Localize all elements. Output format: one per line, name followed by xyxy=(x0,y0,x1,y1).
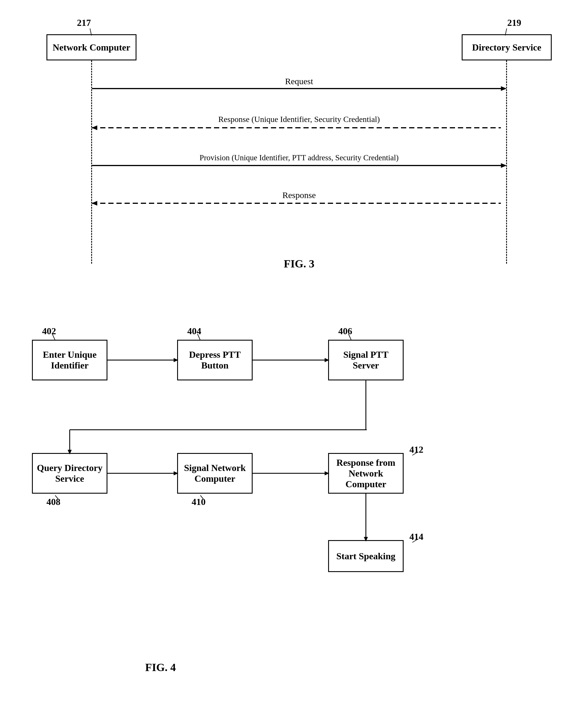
num-406: 406 xyxy=(338,326,352,336)
svg-marker-6 xyxy=(91,126,97,130)
fig4-diagram: Enter Unique Identifier 402 Depress PTT … xyxy=(23,305,575,682)
diagram-container: 217 219 Network Computer Directory Servi… xyxy=(0,0,588,703)
box-412: Response from Network Computer xyxy=(328,453,404,494)
fig3-caption: FIG. 3 xyxy=(284,257,315,270)
box-410: Signal Network Computer xyxy=(177,453,253,494)
network-computer-box: Network Computer xyxy=(47,34,137,60)
label-219: 219 xyxy=(507,17,521,28)
directory-service-box: Directory Service xyxy=(462,34,552,60)
num-410: 410 xyxy=(192,496,205,507)
fig3-diagram: 217 219 Network Computer Directory Servi… xyxy=(23,17,575,279)
svg-marker-12 xyxy=(91,201,97,206)
label-217: 217 xyxy=(77,17,91,28)
box-408: Query Directory Service xyxy=(32,453,107,494)
fig4-caption: FIG. 4 xyxy=(145,661,176,674)
svg-marker-3 xyxy=(501,86,507,91)
box-402: Enter Unique Identifier xyxy=(32,340,107,380)
num-412: 412 xyxy=(409,444,423,455)
num-404: 404 xyxy=(187,326,201,336)
num-414: 414 xyxy=(409,531,423,542)
box-404: Depress PTT Button xyxy=(177,340,253,380)
svg-text:Provision (Unique Identifier, : Provision (Unique Identifier, PTT addres… xyxy=(199,153,398,162)
svg-text:Request: Request xyxy=(285,76,313,86)
box-414: Start Speaking xyxy=(328,540,404,572)
svg-text:Response (Unique Identifier, S: Response (Unique Identifier, Security Cr… xyxy=(218,115,380,124)
box-406: Signal PTT Server xyxy=(328,340,404,380)
svg-marker-9 xyxy=(501,163,507,168)
dashed-line-left xyxy=(91,60,92,264)
num-408: 408 xyxy=(47,496,60,507)
svg-text:Response: Response xyxy=(282,190,316,200)
dashed-line-right xyxy=(506,60,507,264)
num-402: 402 xyxy=(42,326,56,336)
